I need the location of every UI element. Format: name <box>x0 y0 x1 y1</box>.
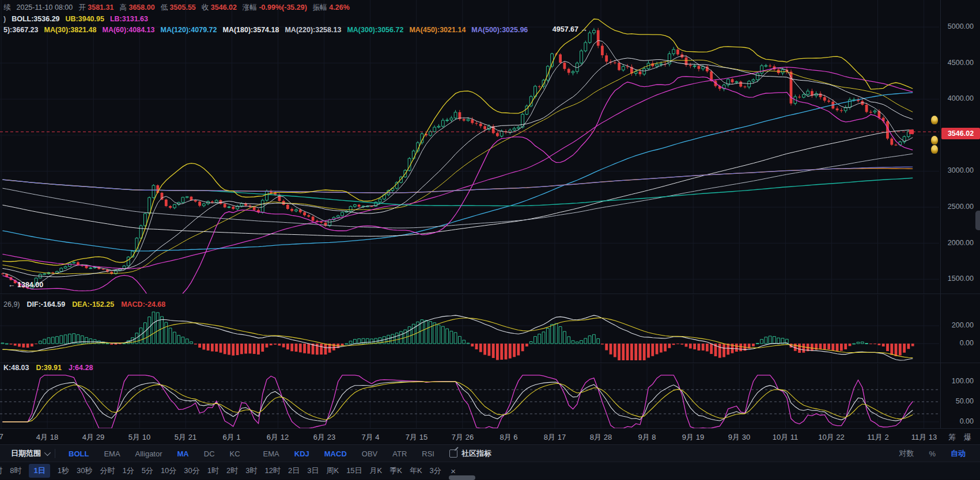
scale-option-自动[interactable]: 自动 <box>951 448 966 459</box>
close-icon[interactable]: × <box>451 466 456 476</box>
date-tick-label[interactable]: 7 <box>0 432 3 441</box>
indicator-boll[interactable]: BOLL <box>69 449 89 458</box>
indicator-toolbar: 日期范围 BOLLEMAAlligatorMADCKC EMAKDJMACDOB… <box>0 444 980 462</box>
indicator-kdj[interactable]: KDJ <box>294 449 309 458</box>
kdj-axis-label: 50.00 <box>938 397 974 405</box>
date-tick-label[interactable]: 6月 12 <box>267 432 289 443</box>
ma-value: MA(450):3021.14 <box>409 26 466 34</box>
side-panel-handle[interactable] <box>975 211 980 230</box>
candles-group <box>1 28 914 289</box>
date-tick-label[interactable]: 11月 13 <box>911 432 937 443</box>
axis-side-toggle[interactable]: 爆 <box>964 432 971 443</box>
timeframe-10分[interactable]: 10分 <box>161 466 176 476</box>
date-tick-label[interactable]: 9月 30 <box>728 432 750 443</box>
ohlc-field: 开 3581.31 <box>78 3 113 13</box>
timeframe-1时[interactable]: 1时 <box>207 466 219 476</box>
timeframe-30秒[interactable]: 30秒 <box>77 466 92 476</box>
price-axis-label: 1500.00 <box>938 275 974 283</box>
timeframe-8时[interactable]: 8时 <box>10 466 21 476</box>
panel-divider <box>0 294 980 294</box>
indicator-obv[interactable]: OBV <box>362 449 377 458</box>
timeframe-2日[interactable]: 2日 <box>288 466 300 476</box>
timeframe-1秒[interactable]: 1秒 <box>58 466 69 476</box>
scale-option-对数[interactable]: 对数 <box>899 448 914 459</box>
timeframe-分时[interactable]: 分时 <box>100 466 115 476</box>
date-tick-label[interactable]: 10月 11 <box>773 432 799 443</box>
indicator-macd[interactable]: MACD <box>324 449 347 458</box>
date-tick-label[interactable]: 4月 18 <box>36 432 58 443</box>
edit-icon <box>449 449 457 458</box>
timeframe-12时[interactable]: 12时 <box>265 466 281 476</box>
timeframe-30分[interactable]: 30分 <box>184 466 199 476</box>
timeframe-2时[interactable]: 2时 <box>226 466 238 476</box>
date-tick-label[interactable]: 8月 17 <box>544 432 566 443</box>
timeframe-4时[interactable]: 4时 <box>0 466 2 476</box>
main-price-chart[interactable] <box>0 0 980 294</box>
date-tick-label[interactable]: 6月 1 <box>222 432 240 443</box>
ma-legend-row: 5):3667.23MA(30):3821.48MA(60):4084.13MA… <box>3 26 528 34</box>
chevron-down-icon <box>44 449 51 456</box>
community-indicators-button[interactable]: 社区指标 <box>449 448 491 459</box>
axis-side-toggle[interactable]: 筹 <box>948 432 956 443</box>
price-axis-label: 5000.00 <box>938 22 974 31</box>
gold-marker-icon[interactable] <box>931 145 938 154</box>
timeframe-1分[interactable]: 1分 <box>122 466 134 476</box>
ohlc-prefix: 续 <box>3 3 11 13</box>
macd-value: DIF:-164.59 <box>27 300 66 308</box>
date-tick-label[interactable]: 9月 19 <box>682 432 704 443</box>
timeframe-15日[interactable]: 15日 <box>346 466 362 476</box>
ohlc-field: 振幅 4.26% <box>313 3 350 13</box>
macd-axis-label: 200.00 <box>938 321 974 329</box>
ohlc-field: 高 3658.00 <box>119 3 154 13</box>
gold-marker-icon[interactable] <box>931 116 938 124</box>
date-tick-label[interactable]: 7月 26 <box>452 432 474 443</box>
timeframe-月K[interactable]: 月K <box>370 466 383 476</box>
kdj-panel[interactable] <box>0 364 980 428</box>
indicator-rsi[interactable]: RSI <box>422 449 434 458</box>
indicator-ma[interactable]: MA <box>177 449 189 458</box>
kdj-value: K:48.03 <box>3 364 29 372</box>
ohlc-field: 收 3546.02 <box>202 3 237 13</box>
ohlc-field: 低 3505.55 <box>161 3 196 13</box>
ma-value: MA(60):4084.13 <box>102 26 154 34</box>
kdj-legend-row: K:48.03D:39.91J:64.28 <box>3 364 93 372</box>
date-tick-label[interactable]: 4月 29 <box>82 432 104 443</box>
date-range-button[interactable]: 日期范围 <box>11 448 49 459</box>
timeframe-1日[interactable]: 1日 <box>29 464 50 478</box>
indicator-alligator[interactable]: Alligator <box>135 449 162 458</box>
current-price-badge: 3546.02 <box>941 128 980 139</box>
date-axis[interactable]: 74月 184月 295月 105月 216月 16月 126月 237月 47… <box>0 428 980 444</box>
date-tick-label[interactable]: 6月 23 <box>313 432 335 443</box>
indicator-atr[interactable]: ATR <box>392 449 407 458</box>
date-tick-label[interactable]: 9月 8 <box>638 432 656 443</box>
date-tick-label[interactable]: 7月 4 <box>361 432 379 443</box>
macd-axis-label: 0.00 <box>938 339 974 347</box>
macd-value: DEA:-152.25 <box>72 300 114 308</box>
timeframe-季K[interactable]: 季K <box>389 466 402 476</box>
date-tick-label[interactable]: 10月 22 <box>818 432 845 443</box>
kdj-axis-label: 100.00 <box>938 377 974 385</box>
date-tick-label[interactable]: 5月 10 <box>128 432 150 443</box>
timeframe-5分[interactable]: 5分 <box>142 466 153 476</box>
date-tick-label[interactable]: 11月 2 <box>867 432 888 443</box>
timeframe-3日[interactable]: 3日 <box>307 466 319 476</box>
indicator-ema[interactable]: EMA <box>263 449 279 458</box>
scale-option-%[interactable]: % <box>929 449 936 458</box>
date-tick-label[interactable]: 5月 21 <box>175 432 196 443</box>
date-tick-label[interactable]: 8月 6 <box>500 432 517 443</box>
gold-marker-icon[interactable] <box>931 136 938 144</box>
indicator-dc[interactable]: DC <box>204 449 215 458</box>
bottom-panel-handle[interactable] <box>449 475 475 480</box>
boll-value: UB:3940.95 <box>66 15 104 23</box>
indicator-ema[interactable]: EMA <box>104 449 120 458</box>
date-tick-label[interactable]: 7月 15 <box>406 432 427 443</box>
indicator-kc[interactable]: KC <box>230 449 240 458</box>
timeframe-3时[interactable]: 3时 <box>245 466 257 476</box>
boll-prefix: ) <box>3 15 6 23</box>
timeframe-周K[interactable]: 周K <box>326 466 339 476</box>
timeframe-年K[interactable]: 年K <box>410 466 422 476</box>
macd-prefix: 26,9) <box>3 300 20 308</box>
low-price-annotation: ← 1384.00 <box>8 281 43 289</box>
timeframe-3分[interactable]: 3分 <box>430 466 441 476</box>
date-tick-label[interactable]: 8月 28 <box>590 432 612 443</box>
